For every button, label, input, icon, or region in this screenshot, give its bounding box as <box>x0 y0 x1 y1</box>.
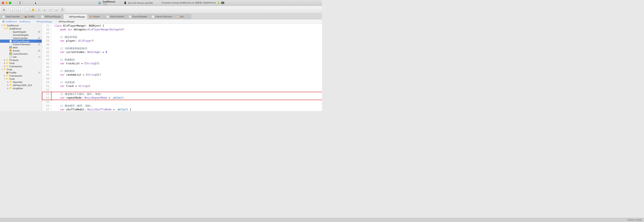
tab-podfile[interactable]: 📦 Podfile <box>22 14 39 19</box>
close-button[interactable] <box>2 2 4 4</box>
back-icon[interactable]: ‹ <box>10 7 15 12</box>
code-table: 31 class AliPlayerManger: NSObject { 36 … <box>42 24 322 111</box>
sidebar-item-appdelegate[interactable]: 📄 AppDelegate M <box>0 30 42 33</box>
line-number: 44 <box>42 58 52 62</box>
sidebar-label: ViewController <box>13 37 38 39</box>
line-number: 54 <box>42 96 52 100</box>
file-icon[interactable]: 📄 <box>25 7 29 12</box>
sidebar-item-swiftdemol-child[interactable]: ▼ 📁 SwiftDemol <box>0 27 42 30</box>
sidebar-item-frameworks1[interactable]: ▶ 📁 Frameworks <box>0 65 42 68</box>
minimize-button[interactable] <box>5 2 8 4</box>
code-line-51: 51 var track = String() <box>42 84 322 88</box>
sidebar-item-products[interactable]: ▶ 📁 Products <box>0 58 42 62</box>
sidebar-item-main[interactable]: 🖼️ Main <box>0 46 42 49</box>
code-line-44: 44 // 歌曲数组 <box>42 58 322 62</box>
sep1 <box>8 7 8 12</box>
breadcrumb-1[interactable]: SwiftDemol <box>6 20 17 23</box>
tab-label: ViewController <box>110 15 124 18</box>
grid-view-icon[interactable]: ⊞ <box>2 7 6 12</box>
sidebar-item-frameworks2[interactable]: ▶ 📁 Frameworks <box>0 74 42 77</box>
maximize-button[interactable] <box>9 2 11 4</box>
code-editor[interactable]: 31 class AliPlayerManger: NSObject { 36 … <box>42 24 322 111</box>
tab-icon: 📄 <box>2 15 5 18</box>
line-code <box>52 65 322 69</box>
tab-icon: 📄 <box>152 15 154 18</box>
rect-icon[interactable]: ▭ <box>54 7 59 12</box>
folder-icon: 📁 <box>6 62 9 64</box>
tab-info[interactable]: 📋 Info <box>174 14 191 19</box>
line-number: 47 <box>42 69 52 73</box>
tab-aliplayermanger2[interactable]: 📄 AliPlayerManger <box>63 14 88 19</box>
share-icon[interactable]: ↗ <box>48 7 53 12</box>
diff-icon[interactable]: ± <box>42 7 47 12</box>
sidebar-item-aliplayermanger[interactable]: 📄 AliPlayerManger A <box>0 40 42 43</box>
line-code <box>52 43 322 46</box>
sidebar-toggle[interactable]: ☰ <box>18 1 23 5</box>
tab-label: SceneDelegate <box>132 15 147 18</box>
line-number: 46 <box>42 65 52 69</box>
sidebar-label: AppDelegate <box>13 30 38 33</box>
sidebar-item-pods-expanded[interactable]: ▼ 📁 Pods <box>0 77 42 80</box>
sidebar-item-kingfisher[interactable]: ▶ 📁 Kingfisher <box>0 87 42 90</box>
code-line-50: 50 // 当前歌曲 <box>42 80 322 84</box>
main-layout: ▼ 📁 SwiftDemol ▼ 📁 SwiftDemol 📄 AppDeleg… <box>0 24 322 111</box>
line-number: 49 <box>42 77 52 80</box>
sidebar-label: Products <box>10 59 42 61</box>
tab-scenedelegate[interactable]: 📄 SceneDelegate <box>126 14 150 19</box>
arrow-icon: ▶ <box>3 59 6 61</box>
line-code: // 播放管理器 <box>52 35 322 39</box>
sidebar-item-assets[interactable]: 🎨 Assets M <box>0 49 42 52</box>
tab-aliplayermanger1[interactable]: 📄 AliPlayerManger <box>39 14 63 19</box>
tab-label: AliPlayerManger <box>69 15 85 18</box>
badge-m: M <box>38 37 41 39</box>
tab-label: ViewController <box>6 15 20 18</box>
tab-icon: 📄 <box>66 15 68 18</box>
tab-assets[interactable]: 🎨 Assets <box>88 14 104 19</box>
tab-viewcontroller2[interactable]: 📄 ViewController <box>104 14 126 19</box>
sidebar-label: LaunchScreen <box>13 53 42 55</box>
line-code <box>52 88 322 92</box>
line-number: 37 <box>42 31 52 35</box>
titlebar: ☰ ▶ ⚙️ SwiftDemol main | 📱 Any iOS Devic… <box>0 0 322 6</box>
sidebar-label: SwiftDemol <box>7 24 42 27</box>
sidebar-item-aliplayersdk[interactable]: ▶ 📁 AliPlayerSDK_iOS <box>0 84 42 87</box>
tab-icon: 🎨 <box>90 15 92 18</box>
sidebar-item-pods-child[interactable]: ▶ 📁 Pods <box>0 62 42 65</box>
code-line-55: 55 <box>42 100 322 104</box>
tab-icon: 📋 <box>176 15 179 18</box>
layout-icon[interactable]: ☰ <box>60 7 64 12</box>
pod-icon: 📦 <box>6 71 9 74</box>
sidebar-item-alamofire[interactable]: ▶ 📁 Alamofire <box>0 80 42 84</box>
forward-icon[interactable]: › <box>16 7 21 12</box>
folder-icon: 📁 <box>6 74 9 77</box>
tab-label: Podfile <box>28 15 34 18</box>
tab-viewcontroller1[interactable]: 📄 ViewController <box>0 14 22 19</box>
line-code <box>52 31 322 35</box>
code-line-36: 36 weak var delegate:AliPlayerMangerDele… <box>42 28 322 31</box>
sidebar-item-launchscreen[interactable]: 🖼️ LaunchScreen <box>0 52 42 55</box>
folder-icon: 📁 <box>6 27 9 30</box>
hexagon-icon[interactable]: ⬡ <box>36 7 41 12</box>
device-icon: 📱 <box>124 1 127 4</box>
code-line-37: 37 <box>42 31 322 35</box>
sidebar-item-podfile[interactable]: 📦 Podfile ? <box>0 71 42 74</box>
warning-icon[interactable]: ⚠️ <box>31 7 35 12</box>
code-line-40: 40 <box>42 43 322 46</box>
sidebar-item-pods-root[interactable]: ▼ 📁 Pods <box>0 68 42 71</box>
traffic-lights <box>2 2 11 4</box>
tab-label: Assets <box>93 15 100 18</box>
tab-frame-extension[interactable]: 📄 Frame-Extension <box>150 14 174 19</box>
breadcrumb-2[interactable]: SwiftDemol <box>19 20 30 23</box>
code-line-53: 53 // 播放模式(不循环, 循环, 单曲) <box>42 92 322 96</box>
sidebar-item-info[interactable]: 📋 Info ? <box>0 55 42 58</box>
separator: | <box>122 2 122 4</box>
sidebar-item-frame-extension[interactable]: 📄 Frame-Extension A <box>0 43 42 46</box>
line-code: var repeatMode: MusicRepeatMode = .defau… <box>52 96 322 100</box>
breadcrumb-3[interactable]: AliPlayerManger <box>36 20 52 23</box>
sidebar-label: Podfile <box>10 71 38 74</box>
sidebar-item-swiftdemol-root[interactable]: ▼ 📁 SwiftDemol <box>0 24 42 27</box>
run-button[interactable]: ▶ <box>33 1 38 5</box>
sidebar-item-viewcontroller[interactable]: 📄 ViewController M <box>0 36 42 40</box>
tab-label: Info <box>180 15 184 18</box>
sidebar-item-scenedelegate[interactable]: 📄 SceneDelegate <box>0 33 42 36</box>
